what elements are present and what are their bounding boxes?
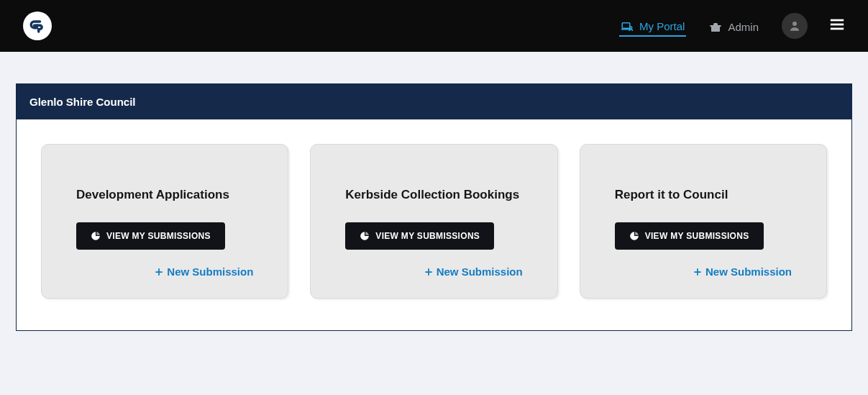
toolbox-icon xyxy=(709,21,722,34)
view-submissions-button[interactable]: VIEW MY SUBMISSIONS xyxy=(615,222,764,250)
nav-admin[interactable]: Admin xyxy=(708,17,760,36)
view-submissions-button[interactable]: VIEW MY SUBMISSIONS xyxy=(345,222,494,250)
new-submission-label: New Submission xyxy=(167,265,253,278)
card-report-it: Report it to Council VIEW MY SUBMISSIONS… xyxy=(580,144,827,299)
panel-title: Glenlo Shire Council xyxy=(17,84,851,119)
card-kerbside-collection: Kerbside Collection Bookings VIEW MY SUB… xyxy=(310,144,557,299)
svg-point-4 xyxy=(792,22,797,26)
brand-gp-icon xyxy=(27,16,47,36)
pie-chart-icon xyxy=(360,231,370,241)
pie-chart-icon xyxy=(629,231,639,241)
svg-rect-1 xyxy=(622,22,630,28)
menu-toggle[interactable] xyxy=(829,17,845,35)
new-submission-link[interactable]: New Submission xyxy=(154,265,253,278)
card-title: Report it to Council xyxy=(615,188,792,202)
view-submissions-label: VIEW MY SUBMISSIONS xyxy=(645,231,749,241)
nav-my-portal[interactable]: My Portal xyxy=(619,16,686,37)
nav-my-portal-label: My Portal xyxy=(639,20,685,32)
council-panel: Glenlo Shire Council Development Applica… xyxy=(16,83,852,331)
svg-point-2 xyxy=(630,27,632,29)
card-title: Kerbside Collection Bookings xyxy=(345,188,522,202)
new-submission-link[interactable]: New Submission xyxy=(424,265,523,278)
pie-chart-icon xyxy=(91,231,101,241)
svg-rect-6 xyxy=(831,24,844,26)
card-development-applications: Development Applications VIEW MY SUBMISS… xyxy=(41,144,288,299)
user-avatar[interactable] xyxy=(782,13,808,39)
plus-icon xyxy=(154,267,164,277)
bars-icon xyxy=(829,17,845,32)
card-row: Development Applications VIEW MY SUBMISS… xyxy=(17,119,851,330)
svg-rect-3 xyxy=(711,25,721,27)
new-submission-link[interactable]: New Submission xyxy=(693,265,792,278)
topbar: My Portal Admin xyxy=(0,0,868,52)
new-submission-label: New Submission xyxy=(705,265,792,278)
nav-admin-label: Admin xyxy=(728,21,759,33)
plus-icon xyxy=(424,267,434,277)
view-submissions-label: VIEW MY SUBMISSIONS xyxy=(106,231,211,241)
user-icon xyxy=(788,19,801,32)
view-submissions-label: VIEW MY SUBMISSIONS xyxy=(375,231,480,241)
svg-rect-5 xyxy=(831,19,844,22)
brand-logo[interactable] xyxy=(23,12,52,40)
view-submissions-button[interactable]: VIEW MY SUBMISSIONS xyxy=(76,222,225,250)
laptop-user-icon xyxy=(621,20,634,33)
plus-icon xyxy=(693,267,703,277)
new-submission-label: New Submission xyxy=(437,265,523,278)
svg-rect-7 xyxy=(831,28,844,30)
card-title: Development Applications xyxy=(76,188,253,202)
